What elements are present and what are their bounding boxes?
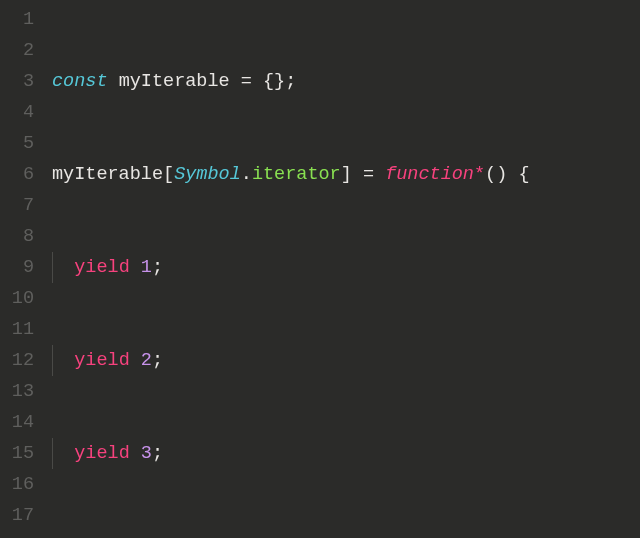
indent-guide: [52, 345, 53, 376]
property: iterator: [252, 164, 341, 185]
code-line[interactable]: yield 3;: [52, 438, 640, 469]
line-number: 6: [6, 159, 34, 190]
line-number: 11: [6, 314, 34, 345]
semicolon: ;: [285, 71, 296, 92]
line-number: 13: [6, 376, 34, 407]
line-number: 8: [6, 221, 34, 252]
line-number-gutter: 1 2 3 4 5 6 7 8 9 10 11 12 13 14 15 16 1…: [0, 4, 52, 538]
brace: {: [507, 164, 529, 185]
bracket: ]: [341, 164, 352, 185]
indent-guide: [52, 252, 53, 283]
line-number: 4: [6, 97, 34, 128]
line-number: 7: [6, 190, 34, 221]
keyword-const: const: [52, 71, 108, 92]
line-number: 2: [6, 35, 34, 66]
keyword-yield: yield: [74, 350, 130, 371]
space: [130, 350, 141, 371]
line-number: 3: [6, 66, 34, 97]
number-literal: 1: [141, 257, 152, 278]
code-text: [108, 71, 119, 92]
dot: .: [241, 164, 252, 185]
line-number: 17: [6, 500, 34, 531]
number-literal: 2: [141, 350, 152, 371]
code-line[interactable]: const myIterable = {};: [52, 66, 640, 97]
semicolon: ;: [152, 257, 163, 278]
braces: {}: [263, 71, 285, 92]
operator: =: [352, 164, 385, 185]
code-content[interactable]: const myIterable = {}; myIterable[Symbol…: [52, 4, 640, 538]
symbol-object: Symbol: [174, 164, 241, 185]
semicolon: ;: [152, 443, 163, 464]
identifier: myIterable: [52, 164, 163, 185]
line-number: 9: [6, 252, 34, 283]
generator-star: *: [474, 164, 485, 185]
keyword-function: function: [385, 164, 474, 185]
bracket: [: [163, 164, 174, 185]
keyword-yield: yield: [74, 257, 130, 278]
number-literal: 3: [141, 443, 152, 464]
space: [130, 443, 141, 464]
line-number: 15: [6, 438, 34, 469]
operator: =: [230, 71, 263, 92]
line-number: 12: [6, 345, 34, 376]
code-line[interactable]: yield 1;: [52, 252, 640, 283]
line-number: 1: [6, 4, 34, 35]
semicolon: ;: [152, 350, 163, 371]
code-editor[interactable]: 1 2 3 4 5 6 7 8 9 10 11 12 13 14 15 16 1…: [0, 0, 640, 538]
line-number: 16: [6, 469, 34, 500]
indent-guide: [52, 438, 53, 469]
line-number: 14: [6, 407, 34, 438]
identifier: myIterable: [119, 71, 230, 92]
line-number: 10: [6, 283, 34, 314]
keyword-yield: yield: [74, 443, 130, 464]
parens: (): [485, 164, 507, 185]
code-line[interactable]: };: [52, 531, 640, 538]
line-number: 5: [6, 128, 34, 159]
code-line[interactable]: yield 2;: [52, 345, 640, 376]
space: [130, 257, 141, 278]
code-line[interactable]: myIterable[Symbol.iterator] = function*(…: [52, 159, 640, 190]
